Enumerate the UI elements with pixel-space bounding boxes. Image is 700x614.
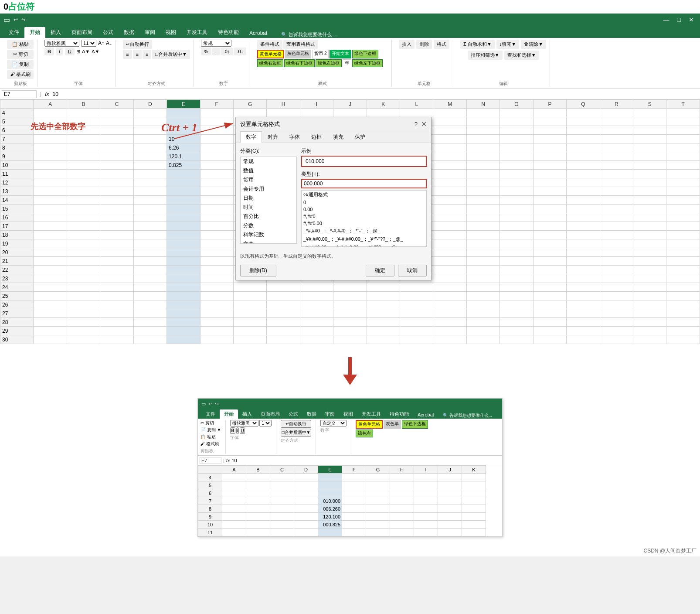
cancel-btn[interactable]: 取消 <box>398 265 427 276</box>
cat-date[interactable]: 日期 <box>241 194 296 203</box>
undo-btn[interactable]: ↩ <box>14 17 18 23</box>
col-header-F[interactable]: F <box>200 100 233 109</box>
cat-general[interactable]: 常规 <box>241 157 296 166</box>
cat-scientific[interactable]: 科学记数 <box>241 230 296 239</box>
dialog-tab-number[interactable]: 数字 <box>240 131 262 143</box>
currency2-btn[interactable]: 货币 2 <box>312 50 329 58</box>
bottom-col-D[interactable]: D <box>294 466 318 474</box>
format-yen1[interactable]: _¥#,##0.00_；_¥-#,##0.00_；_¥*"-"??_；_@_ <box>302 235 426 243</box>
bottom-E8[interactable]: 006.260 <box>318 505 342 513</box>
format-cells-dialog[interactable]: 设置单元格格式 ? ✕ 数字 对齐 字体 边框 填充 保护 分类(C): 常规 <box>235 117 432 280</box>
bottom-undo[interactable]: ↩ <box>208 401 212 407</box>
tab-review[interactable]: 审阅 <box>139 27 160 38</box>
col-header-D[interactable]: D <box>133 100 167 109</box>
col-header-C[interactable]: C <box>100 100 133 109</box>
thousands-btn[interactable]: , <box>212 48 220 55</box>
increase-decimal-btn[interactable]: .0↑ <box>221 48 233 55</box>
bottom-col-A[interactable]: A <box>222 466 246 474</box>
bottom-col-I[interactable]: I <box>414 466 438 474</box>
format-accounting2[interactable]: _*#,##0.00_；_*-#,##0.00_；_*"-"??_；_@_ <box>302 243 426 247</box>
align-left-btn[interactable]: ≡ <box>123 50 132 59</box>
border-btn[interactable]: ⊞ <box>76 49 80 55</box>
tab-home[interactable]: 开始 <box>24 27 45 38</box>
yellow-cell-btn[interactable]: 黄色单元格 <box>257 50 284 58</box>
format-0.00[interactable]: 0.00 <box>302 206 426 213</box>
bottom-wrap[interactable]: ↵自动换行 <box>281 420 311 428</box>
bottom-redo[interactable]: ↪ <box>215 401 219 407</box>
cat-fraction[interactable]: 分数 <box>241 221 296 230</box>
bottom-gray-cell[interactable]: 灰色单 <box>384 420 401 429</box>
bottom-merge[interactable]: □合并后居中▼ <box>281 429 311 437</box>
tab-developer[interactable]: 开发工具 <box>181 27 213 38</box>
minimize-btn[interactable]: — <box>661 16 672 23</box>
col-header-G[interactable]: G <box>233 100 266 109</box>
bottom-cut[interactable]: ✂ 剪切 <box>200 420 221 426</box>
wrap-text-btn[interactable]: ↵自动换行 <box>123 40 152 49</box>
font-color-btn[interactable]: A▼ <box>92 49 99 54</box>
dialog-tab-fill[interactable]: 填充 <box>327 131 349 143</box>
autosum-btn[interactable]: Σ 自动求和▼ <box>460 40 495 49</box>
font-family-select[interactable]: 微软雅黑 <box>44 40 79 47</box>
fill-color-btn[interactable]: A▼ <box>82 49 90 54</box>
green-right-down-border-btn[interactable]: 绿色右下边框 <box>284 59 315 67</box>
maximize-btn[interactable]: □ <box>675 16 683 23</box>
col-header-O[interactable]: O <box>500 100 533 109</box>
bottom-cell-ref[interactable] <box>200 457 221 464</box>
tab-view[interactable]: 视图 <box>160 27 181 38</box>
bottom-tab-pagelayout[interactable]: 页面布局 <box>256 409 284 419</box>
bottom-copy[interactable]: 📄 复制 ▼ <box>200 427 221 433</box>
gray-cell-btn[interactable]: 灰色单元格 <box>285 50 311 58</box>
tab-formula[interactable]: 公式 <box>98 27 119 38</box>
start-text-btn[interactable]: 开始文本 <box>330 50 351 58</box>
col-header-K[interactable]: K <box>367 100 400 109</box>
number-format-select[interactable]: 常规 <box>201 40 231 47</box>
cell-E10[interactable]: 0.825 <box>167 161 200 170</box>
search-box[interactable]: 🔍 告诉我您想要做什么... <box>281 31 336 38</box>
format-cells-btn[interactable]: 格式 <box>434 40 449 49</box>
bottom-underline[interactable]: U <box>240 427 245 434</box>
bottom-E9[interactable]: 120.100 <box>318 513 342 521</box>
bottom-font-family[interactable]: 微软雅黑 <box>230 420 258 426</box>
bottom-formula-input[interactable] <box>231 458 500 463</box>
conditional-format-btn[interactable]: 条件格式 <box>257 40 282 49</box>
cat-number[interactable]: 数值 <box>241 166 296 175</box>
fill-btn[interactable]: ↓填充▼ <box>496 40 519 49</box>
col-header-I[interactable]: I <box>300 100 333 109</box>
green-left-down-border-btn[interactable]: 绿色左下边框 <box>352 59 383 67</box>
tab-special[interactable]: 特色功能 <box>213 27 244 38</box>
bottom-bold[interactable]: B <box>230 427 235 434</box>
bottom-cell-space[interactable] <box>318 474 342 481</box>
cell-E7[interactable]: 10 <box>167 135 200 143</box>
cell-ref-input[interactable] <box>2 90 37 98</box>
bottom-col-B[interactable]: B <box>246 466 270 474</box>
dialog-tab-border[interactable]: 边框 <box>306 131 327 143</box>
format-hash0[interactable]: #,##0 <box>302 213 426 220</box>
underline-btn[interactable]: U <box>65 48 75 55</box>
dialog-help-btn[interactable]: ? <box>415 121 418 127</box>
tab-acrobat[interactable]: Acrobat <box>244 28 272 38</box>
green-right-border-btn[interactable]: 绿色右边框 <box>257 59 283 67</box>
bottom-tab-acrobat[interactable]: Acrobat <box>413 411 438 419</box>
decrease-decimal-btn[interactable]: .0↓ <box>234 48 246 55</box>
ok-btn[interactable]: 确定 <box>366 265 394 276</box>
align-center-btn[interactable]: ≡ <box>133 50 142 59</box>
font-grow-btn[interactable]: A↑ <box>98 40 104 46</box>
format-painter-btn[interactable]: 🖌 格式刷 <box>7 70 34 79</box>
col-header-N[interactable]: N <box>466 100 500 109</box>
format-list[interactable]: G/通用格式 0 0.00 #,##0 #,##0.00 _*#,##0_；_*… <box>301 190 427 247</box>
bottom-format-painter[interactable]: 🖌 格式刷 <box>200 441 221 447</box>
bottom-font-size[interactable]: 11 <box>259 420 272 426</box>
format-general[interactable]: G/通用格式 <box>302 191 426 199</box>
clear-btn[interactable]: 🗑清除▼ <box>521 40 546 49</box>
bottom-tab-home[interactable]: 开始 <box>220 409 238 419</box>
delete-cells-btn[interactable]: 删除 <box>416 40 432 49</box>
format-0[interactable]: 0 <box>302 199 426 206</box>
col-header-E[interactable]: E <box>167 100 200 109</box>
bottom-col-C[interactable]: C <box>270 466 294 474</box>
green-left-border-btn[interactable]: 绿色左边框 <box>316 59 342 67</box>
bottom-col-K[interactable]: K <box>462 466 486 474</box>
italic-btn[interactable]: I <box>56 48 63 55</box>
format-accounting1[interactable]: _*#,##0_；_*-#,##0_；_*"-"_；_@_ <box>302 227 426 235</box>
tab-insert[interactable]: 插入 <box>45 27 66 38</box>
find-btn[interactable]: 查找和选择▼ <box>504 51 539 60</box>
